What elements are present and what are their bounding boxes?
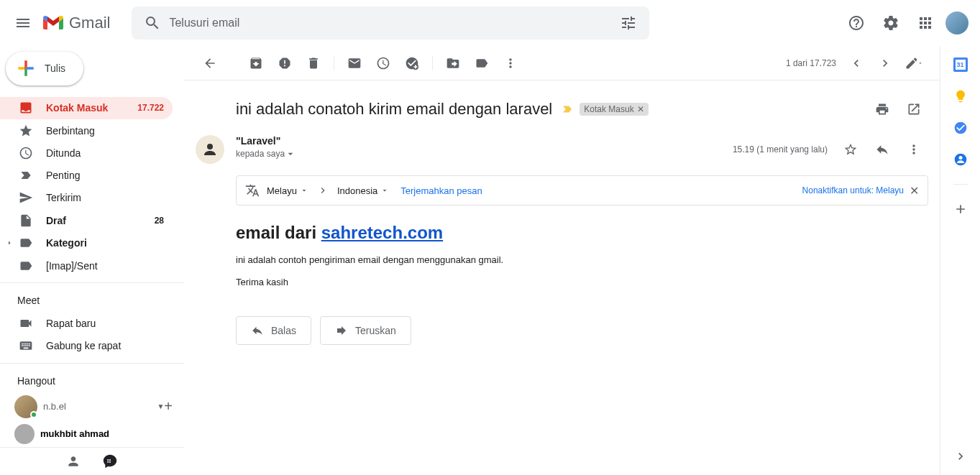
get-addons-button[interactable] bbox=[953, 202, 968, 216]
chat-bubble-icon bbox=[102, 453, 118, 469]
input-tools-button[interactable] bbox=[899, 49, 928, 78]
star-button[interactable] bbox=[836, 135, 865, 164]
sidebar-item-snoozed[interactable]: Ditunda bbox=[0, 142, 173, 164]
calendar-addon[interactable]: 31 bbox=[953, 57, 968, 72]
snooze-button[interactable] bbox=[369, 49, 398, 78]
reply-icon-button[interactable] bbox=[868, 135, 897, 164]
reply-label: Balas bbox=[271, 325, 296, 336]
contacts-addon[interactable] bbox=[953, 152, 968, 167]
label-outline-icon bbox=[19, 259, 33, 273]
sidebar-item-categories[interactable]: Kategori bbox=[0, 231, 184, 254]
main-menu-button[interactable] bbox=[6, 6, 40, 40]
settings-button[interactable] bbox=[876, 9, 905, 37]
tasks-icon bbox=[953, 121, 968, 135]
tasks-addon[interactable] bbox=[953, 121, 968, 135]
schedule-icon bbox=[376, 56, 390, 70]
recipient-dropdown[interactable]: kepada saya bbox=[236, 148, 733, 160]
move-to-button[interactable] bbox=[439, 49, 467, 78]
delete-button[interactable] bbox=[299, 49, 328, 78]
mark-unread-button[interactable] bbox=[340, 49, 369, 78]
label-remove-button[interactable]: ✕ bbox=[637, 104, 644, 114]
search-input[interactable] bbox=[169, 17, 612, 29]
gmail-icon bbox=[43, 15, 63, 31]
email-content: 1 dari 17.723 ini adalah conatoh kirim e… bbox=[184, 46, 940, 475]
sidebar-item-drafts[interactable]: Draf 28 bbox=[0, 209, 173, 231]
new-chat-button[interactable]: + bbox=[164, 398, 173, 415]
more-vert-icon bbox=[907, 142, 921, 157]
important-marker-icon[interactable] bbox=[561, 103, 574, 116]
account-avatar[interactable] bbox=[945, 11, 968, 34]
label-icon bbox=[19, 236, 33, 250]
side-panel: 31 bbox=[940, 46, 980, 475]
sidebar-item-imap-sent[interactable]: [Imap]/Sent bbox=[0, 254, 173, 277]
contact-name: mukhbit ahmad bbox=[40, 428, 109, 439]
search-button[interactable] bbox=[136, 6, 169, 40]
person-icon bbox=[66, 454, 81, 469]
sidebar-item-inbox[interactable]: Kotak Masuk 17.722 bbox=[0, 97, 173, 119]
translate-close-button[interactable]: ✕ bbox=[910, 184, 919, 198]
dropdown-icon bbox=[380, 186, 389, 195]
meet-join-button[interactable]: Gabung ke rapat bbox=[0, 335, 184, 357]
hangouts-contact-row[interactable]: mukhbit ahmad bbox=[0, 421, 184, 447]
gmail-logo[interactable]: Gmail bbox=[43, 14, 110, 32]
next-button[interactable] bbox=[871, 49, 899, 78]
arrow-back-icon bbox=[203, 56, 217, 70]
hangouts-me-row[interactable]: n.b.el ▼ + bbox=[0, 392, 184, 421]
arrow-right-icon bbox=[317, 185, 329, 196]
print-button[interactable] bbox=[868, 95, 897, 124]
body-heading-link[interactable]: sahretech.com bbox=[321, 223, 443, 242]
keep-addon[interactable] bbox=[953, 89, 968, 103]
forward-button[interactable]: Teruskan bbox=[320, 316, 411, 345]
add-task-button[interactable] bbox=[398, 49, 426, 78]
reply-button[interactable]: Balas bbox=[236, 316, 311, 345]
drafts-count: 28 bbox=[155, 216, 164, 226]
body-heading: email dari sahretech.com bbox=[236, 223, 928, 243]
hangouts-section-title: Hangout bbox=[0, 369, 184, 392]
prev-button[interactable] bbox=[842, 49, 871, 78]
sender-name: "Laravel" bbox=[236, 135, 733, 147]
sidebar-item-starred[interactable]: Berbintang bbox=[0, 119, 173, 142]
reply-icon bbox=[251, 324, 264, 337]
open-new-window-button[interactable] bbox=[899, 95, 928, 124]
meet-join-label: Gabung ke rapat bbox=[46, 340, 121, 351]
labels-button[interactable] bbox=[467, 49, 496, 78]
sender-avatar[interactable] bbox=[196, 135, 224, 164]
meet-new-button[interactable]: Rapat baru bbox=[0, 312, 184, 334]
contact-avatar bbox=[14, 424, 35, 444]
hangouts-chat-tab[interactable] bbox=[102, 453, 118, 469]
translate-action-link[interactable]: Terjemahkan pesan bbox=[400, 185, 482, 196]
back-button[interactable] bbox=[196, 49, 224, 78]
meet-section-title: Meet bbox=[0, 289, 184, 312]
compose-label: Tulis bbox=[45, 63, 65, 74]
help-icon bbox=[848, 14, 865, 32]
translate-to-lang[interactable]: Indonesia bbox=[337, 185, 389, 196]
translate-disable-link[interactable]: Nonaktifkan untuk: Melayu bbox=[802, 185, 904, 195]
hangouts-contacts-tab[interactable] bbox=[66, 454, 81, 469]
spam-button[interactable] bbox=[270, 49, 299, 78]
chevron-left-icon bbox=[849, 56, 864, 70]
svg-point-4 bbox=[958, 156, 962, 160]
collapse-panel-button[interactable] bbox=[953, 449, 968, 464]
add-icon bbox=[953, 202, 968, 216]
more-options-button[interactable] bbox=[899, 135, 928, 164]
support-button[interactable] bbox=[842, 9, 871, 37]
email-subject: ini adalah conatoh kirim email dengan la… bbox=[236, 100, 552, 119]
email-body: email dari sahretech.com ini adalah cont… bbox=[184, 206, 940, 299]
compose-button[interactable]: Tulis bbox=[6, 52, 83, 86]
snoozed-label: Ditunda bbox=[46, 147, 164, 159]
sidebar-item-important[interactable]: Penting bbox=[0, 165, 173, 187]
chevron-right-icon bbox=[878, 56, 892, 70]
sidebar-item-sent[interactable]: Terkirim bbox=[0, 187, 173, 209]
search-options-button[interactable] bbox=[612, 6, 645, 40]
archive-icon bbox=[249, 56, 263, 70]
apps-button[interactable] bbox=[911, 9, 940, 37]
forward-label: Teruskan bbox=[355, 325, 396, 336]
more-vert-icon bbox=[503, 56, 518, 70]
search-bar bbox=[132, 6, 649, 40]
svg-point-2 bbox=[954, 122, 966, 134]
dropdown-icon: ▼ bbox=[157, 402, 164, 410]
more-button[interactable] bbox=[496, 49, 525, 78]
reply-icon bbox=[875, 142, 889, 157]
translate-from-lang[interactable]: Melayu bbox=[267, 185, 308, 196]
archive-button[interactable] bbox=[242, 49, 270, 78]
